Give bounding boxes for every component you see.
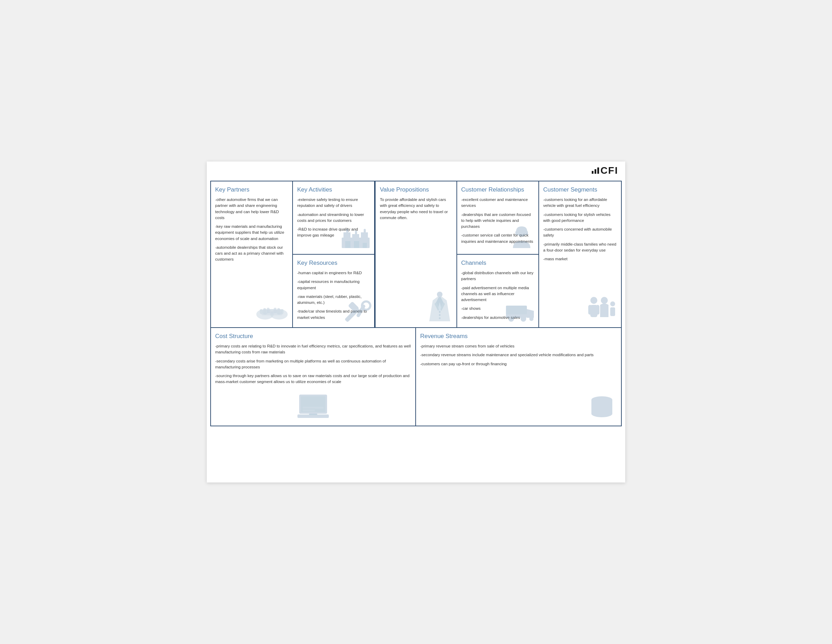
key-partners-cell: Key Partners -other automotive firms tha… <box>211 181 293 327</box>
cust-seg-p4: -primarily middle-class families who nee… <box>543 242 617 254</box>
svg-point-42 <box>601 297 608 304</box>
svg-point-57 <box>591 396 612 403</box>
revenue-streams-cell: Revenue Streams -primary revenue stream … <box>416 328 621 426</box>
canvas-grid: Key Partners -other automotive firms tha… <box>210 181 622 426</box>
factory-icon <box>340 225 371 251</box>
value-propositions-p1: To provide affordable and stylish cars w… <box>380 197 452 221</box>
key-resources-title: Key Resources <box>297 260 370 266</box>
logo-bar-1 <box>592 171 594 174</box>
logo-text: CFI <box>600 165 618 176</box>
svg-rect-41 <box>596 305 599 315</box>
customer-segments-title: Customer Segments <box>543 186 617 193</box>
svg-rect-10 <box>277 308 280 314</box>
svg-rect-17 <box>355 231 357 235</box>
svg-rect-44 <box>610 308 615 316</box>
svg-rect-16 <box>346 229 348 234</box>
top-row: Key Partners -other automotive firms tha… <box>211 181 621 328</box>
delivery-icon <box>504 300 536 324</box>
coins-icon <box>581 393 616 422</box>
cost-structure-title: Cost Structure <box>215 333 411 340</box>
svg-point-36 <box>529 317 533 321</box>
svg-rect-6 <box>260 309 262 314</box>
channels-p1: -global distribution channels with our k… <box>461 270 534 282</box>
col-2-inner: Key Activities -extensive safety testing… <box>293 181 375 327</box>
svg-point-28 <box>438 314 440 316</box>
key-resources-p1: -human capital in engineers for R&D <box>297 270 370 276</box>
svg-point-26 <box>437 292 443 297</box>
svg-rect-50 <box>303 410 315 411</box>
customer-relationships-cell: Customer Relationships -excellent custom… <box>457 181 538 255</box>
page-container: CFI Key Partners -other automotive firms… <box>207 162 625 482</box>
family-icon <box>583 295 618 324</box>
svg-rect-48 <box>309 414 317 415</box>
svg-point-27 <box>438 311 440 313</box>
svg-rect-40 <box>588 305 592 315</box>
svg-rect-21 <box>363 243 367 248</box>
svg-point-38 <box>590 297 597 304</box>
svg-rect-18 <box>364 229 366 234</box>
revenue-p2: -secondary revenue streams include maint… <box>420 352 617 358</box>
svg-point-34 <box>509 316 514 322</box>
svg-point-29 <box>438 317 440 319</box>
svg-rect-37 <box>506 306 527 314</box>
cost-structure-content: -primary costs are relating to R&D to in… <box>215 343 411 385</box>
revenue-streams-content: -primary revenue stream comes from sale … <box>420 343 617 367</box>
svg-point-35 <box>521 316 526 322</box>
svg-rect-9 <box>281 309 283 314</box>
key-partners-title: Key Partners <box>215 186 288 193</box>
bottom-row: Cost Structure -primary costs are relati… <box>211 328 621 426</box>
screen-icon <box>296 393 331 420</box>
logo-bar-3 <box>597 167 599 174</box>
key-partners-p2: -key raw materials and manufacturing equ… <box>215 224 288 242</box>
customer-relationships-title: Customer Relationships <box>461 186 534 193</box>
value-propositions-cell: Value Propositions To provide affordable… <box>375 181 457 327</box>
key-activities-title: Key Activities <box>297 186 370 193</box>
key-activities-cell: Key Activities -extensive safety testing… <box>293 181 374 255</box>
svg-rect-31 <box>515 231 518 235</box>
cust-rel-p1: -excellent customer and maintenance serv… <box>461 197 534 209</box>
logo-bar-2 <box>595 169 596 174</box>
revenue-streams-title: Revenue Streams <box>420 333 617 340</box>
handshake-icon <box>254 299 290 324</box>
svg-rect-7 <box>263 308 266 314</box>
customer-segments-cell: Customer Segments -customers looking for… <box>539 181 621 327</box>
col-4-inner: Customer Relationships -excellent custom… <box>457 181 539 327</box>
revenue-p3: -customers can pay up-front or through f… <box>420 361 617 367</box>
key-activities-p1: -extensive safety testing to ensure repu… <box>297 197 370 209</box>
cust-seg-p5: -mass market <box>543 256 617 262</box>
channels-cell: Channels -global distribution channels w… <box>457 255 538 327</box>
cost-structure-cell: Cost Structure -primary costs are relati… <box>211 328 416 426</box>
svg-rect-8 <box>267 308 270 313</box>
value-propositions-content: To provide affordable and stylish cars w… <box>380 197 452 221</box>
key-resources-p2: -capital resources in manufacturing equi… <box>297 279 370 291</box>
svg-rect-19 <box>345 241 350 248</box>
cust-seg-p1: -customers looking for an affordable veh… <box>543 197 617 209</box>
cost-p1: -primary costs are relating to R&D to in… <box>215 343 411 356</box>
revenue-p1: -primary revenue stream comes from sale … <box>420 343 617 349</box>
svg-rect-49 <box>303 407 323 409</box>
tools-icon <box>340 299 371 324</box>
svg-rect-20 <box>354 241 359 248</box>
customer-segments-content: -customers looking for an affordable veh… <box>543 197 617 262</box>
svg-point-43 <box>610 301 615 306</box>
logo-bars <box>592 167 599 174</box>
channels-title: Channels <box>461 260 534 266</box>
key-partners-content: -other automotive firms that we can part… <box>215 197 288 263</box>
key-resources-cell: Key Resources -human capital in engineer… <box>293 255 374 327</box>
svg-rect-11 <box>274 308 277 313</box>
cost-p3: -sourcing through key partners allows us… <box>215 373 411 385</box>
svg-rect-32 <box>525 231 528 235</box>
suit-icon <box>426 292 454 324</box>
cust-seg-p3: -customers concerned with automobile saf… <box>543 226 617 239</box>
svg-rect-14 <box>352 234 359 239</box>
logo-area: CFI <box>592 165 618 176</box>
value-propositions-title: Value Propositions <box>380 186 452 193</box>
cust-seg-p2: -customers looking for stylish vehicles … <box>543 212 617 224</box>
customer-icon <box>508 225 536 251</box>
key-partners-p1: -other automotive firms that we can part… <box>215 197 288 221</box>
key-activities-p2: -automation and streamlining to lower co… <box>297 212 370 224</box>
cost-p2: -secondary costs arise from marketing on… <box>215 358 411 370</box>
key-partners-p3: -automobile dealerships that stock our c… <box>215 245 288 263</box>
